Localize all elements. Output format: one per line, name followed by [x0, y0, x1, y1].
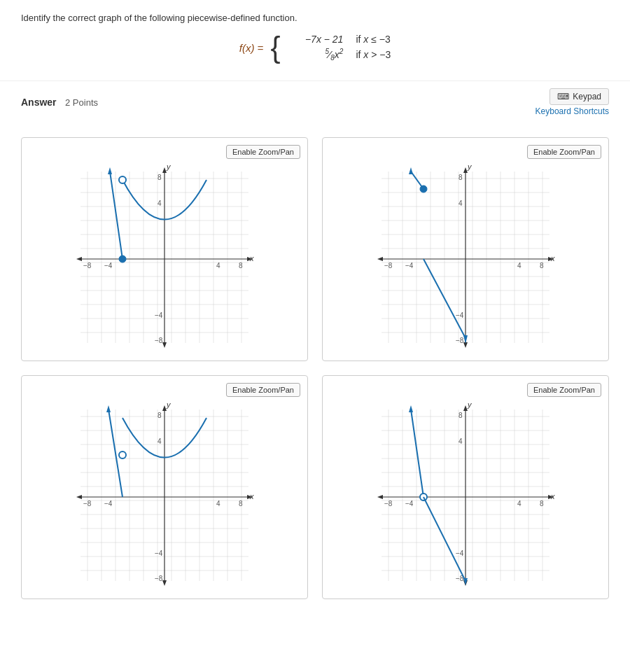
graphs-grid: Enable Zoom/Pan [0, 123, 630, 613]
svg-text:4: 4 [216, 500, 220, 507]
svg-text:−8: −8 [155, 337, 163, 344]
case-2-expr: 5⁄8x2 [287, 48, 343, 62]
graph-svg-1: x y −4 4 −8 8 −4 4 8 −8 [74, 164, 255, 354]
svg-text:4: 4 [158, 438, 162, 445]
graph-svg-3: x y −4 4 −8 8 −4 4 8 −8 [74, 402, 255, 592]
svg-text:x: x [249, 492, 254, 500]
svg-text:−4: −4 [456, 312, 464, 319]
graph-svg-container-3: x y −4 4 −8 8 −4 4 8 −8 [29, 402, 300, 592]
svg-point-86 [420, 186, 427, 192]
graph-card-4[interactable]: Enable Zoom/Pan [322, 375, 609, 599]
svg-text:−8: −8 [83, 500, 92, 507]
svg-point-40 [119, 176, 126, 183]
svg-text:x: x [550, 492, 555, 500]
case-row-1: −7x − 21 if x ≤ −3 [287, 34, 391, 45]
graph-card-3[interactable]: Enable Zoom/Pan [21, 375, 308, 599]
svg-marker-42 [108, 167, 112, 174]
case-1-cond: if x ≤ −3 [356, 34, 390, 45]
graph-svg-container-4: x y −4 4 −8 8 −4 4 8 −8 [330, 402, 601, 592]
svg-text:4: 4 [458, 438, 463, 445]
svg-point-129 [119, 451, 126, 458]
question-text: Identify the correct graph of the follow… [21, 13, 609, 23]
svg-text:4: 4 [517, 262, 522, 270]
case-2-cond: if x > −3 [356, 49, 391, 60]
svg-marker-118 [162, 580, 167, 586]
svg-marker-173 [409, 405, 413, 412]
svg-text:4: 4 [158, 200, 162, 207]
svg-text:−8: −8 [456, 337, 464, 344]
keypad-label: Keypad [573, 92, 601, 102]
svg-text:4: 4 [458, 200, 463, 207]
svg-marker-131 [106, 405, 111, 412]
top-section: Identify the correct graph of the follow… [0, 0, 630, 76]
svg-text:8: 8 [458, 174, 463, 181]
svg-text:y: y [166, 164, 172, 171]
svg-text:x: x [249, 254, 254, 262]
svg-text:x: x [550, 254, 555, 262]
keyboard-shortcuts-link[interactable]: Keyboard Shortcuts [536, 106, 609, 116]
svg-text:−8: −8 [384, 500, 393, 507]
svg-text:−4: −4 [456, 550, 464, 557]
answer-bar: Answer 2 Points ⌨ Keypad Keyboard Shortc… [0, 80, 630, 123]
graph-svg-container-2: x y −4 4 −8 8 −4 4 8 −8 [330, 164, 601, 354]
svg-marker-116 [76, 495, 82, 499]
svg-text:y: y [166, 402, 172, 409]
svg-text:−4: −4 [405, 500, 414, 507]
formula-container: f(x) = { −7x − 21 if x ≤ −3 5⁄8x2 if x >… [239, 33, 391, 62]
svg-marker-27 [76, 257, 82, 261]
svg-text:−4: −4 [405, 262, 414, 270]
svg-text:−4: −4 [104, 262, 113, 270]
svg-text:8: 8 [158, 412, 162, 419]
function-label: f(x) = [239, 42, 264, 54]
svg-text:4: 4 [216, 262, 220, 270]
svg-marker-71 [377, 257, 383, 261]
svg-text:−4: −4 [155, 312, 163, 319]
svg-text:−4: −4 [155, 550, 163, 557]
zoom-pan-button-2[interactable]: Enable Zoom/Pan [527, 145, 601, 159]
formula-area: f(x) = { −7x − 21 if x ≤ −3 5⁄8x2 if x >… [21, 33, 609, 62]
piecewise-cases: −7x − 21 if x ≤ −3 5⁄8x2 if x > −3 [287, 34, 391, 62]
graph-svg-container-1: x y −4 4 −8 8 −4 4 8 −8 [29, 164, 300, 354]
answer-label-group: Answer 2 Points [21, 96, 98, 108]
brace-symbol: { [270, 33, 280, 62]
svg-text:y: y [467, 402, 472, 409]
keypad-area: ⌨ Keypad Keyboard Shortcuts [536, 88, 609, 116]
svg-text:8: 8 [239, 500, 243, 507]
svg-text:8: 8 [239, 262, 243, 270]
svg-text:8: 8 [458, 412, 463, 419]
graph-svg-2: x y −4 4 −8 8 −4 4 8 −8 [374, 164, 556, 354]
svg-text:−8: −8 [83, 262, 92, 270]
graph-svg-4: x y −4 4 −8 8 −4 4 8 −8 [374, 402, 556, 592]
svg-marker-85 [409, 167, 413, 174]
svg-marker-29 [162, 342, 167, 348]
svg-text:−4: −4 [104, 500, 113, 507]
svg-text:8: 8 [158, 174, 162, 181]
case-1-expr: −7x − 21 [287, 34, 343, 45]
answer-label: Answer [21, 97, 57, 108]
svg-text:−8: −8 [155, 575, 163, 582]
svg-marker-159 [377, 495, 383, 499]
svg-text:y: y [467, 164, 472, 171]
points-label: 2 Points [65, 97, 98, 108]
svg-text:4: 4 [517, 500, 522, 507]
zoom-pan-button-4[interactable]: Enable Zoom/Pan [527, 383, 601, 397]
case-row-2: 5⁄8x2 if x > −3 [287, 48, 391, 62]
svg-text:−8: −8 [384, 262, 393, 270]
svg-text:8: 8 [540, 262, 544, 270]
graph-card-2[interactable]: Enable Zoom/Pan [322, 137, 609, 361]
keypad-icon: ⌨ [557, 92, 569, 102]
graph-card-1[interactable]: Enable Zoom/Pan [21, 137, 308, 361]
svg-line-172 [411, 410, 424, 497]
svg-line-41 [110, 172, 122, 259]
keypad-button[interactable]: ⌨ Keypad [550, 88, 609, 105]
svg-text:8: 8 [540, 500, 544, 507]
svg-point-43 [119, 255, 126, 262]
zoom-pan-button-1[interactable]: Enable Zoom/Pan [226, 145, 300, 159]
zoom-pan-button-3[interactable]: Enable Zoom/Pan [226, 383, 300, 397]
